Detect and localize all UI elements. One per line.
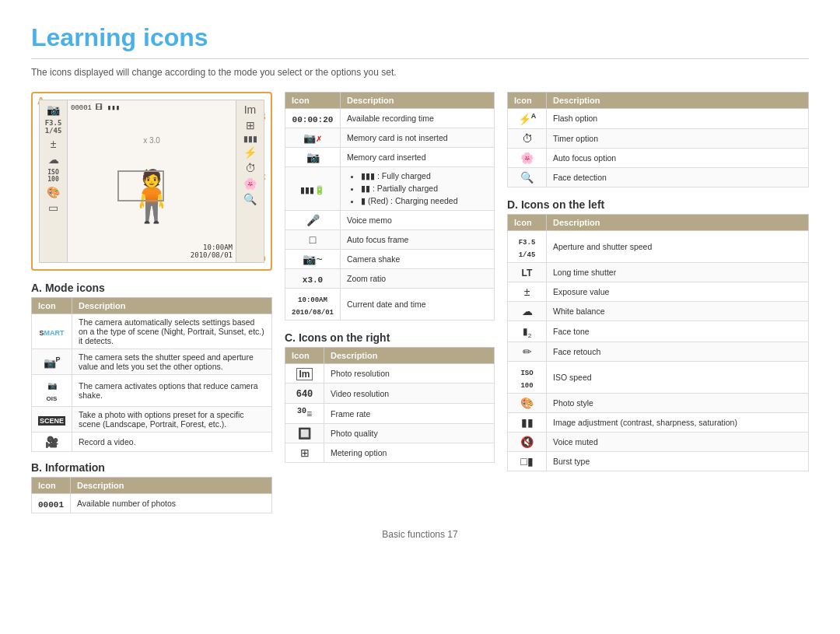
section-b-col-desc: Description — [71, 478, 272, 494]
table-row: ⊞Metering option — [285, 443, 495, 463]
table-row: 640Video resolution — [285, 384, 495, 404]
desc-cell: Memory card inserted — [341, 148, 495, 167]
desc-cell: Face retouch — [547, 342, 809, 362]
icon-cell: ▮2 — [508, 321, 547, 342]
table-row: □Auto focus frame — [285, 230, 495, 250]
icon-cell: □▮ — [508, 452, 547, 471]
desc-cell: Metering option — [324, 443, 495, 463]
icon-cell: ⊞ — [285, 443, 324, 463]
desc-cell: ISO speed — [547, 362, 809, 394]
right-top-col-icon: Icon — [508, 93, 547, 109]
mid-col-icon: Icon — [285, 93, 341, 109]
table-row: ±Exposure value — [508, 282, 809, 301]
desc-cell: Burst type — [547, 452, 809, 471]
section-d-table: Icon Description F3.51/45Aperture and sh… — [507, 214, 809, 472]
desc-cell: Zoom ratio — [341, 269, 495, 289]
section-a-col-icon: Icon — [32, 298, 72, 314]
desc-cell: Record a video. — [72, 433, 272, 452]
section-b-table: Icon Description 00001Available number o… — [31, 477, 272, 513]
icon-cell: 📷 — [285, 148, 341, 167]
right-top-table: Icon Description ⚡AFlash option⏱Timer op… — [507, 92, 809, 187]
desc-cell: Photo style — [547, 394, 809, 413]
icon-cell: 🔍 — [508, 167, 547, 187]
cam-focus-frame — [117, 170, 164, 201]
table-row: ISO100ISO speed — [508, 362, 809, 394]
table-row: 30≡Frame rate — [285, 404, 495, 424]
icon-cell: x3.0 — [285, 269, 341, 289]
icon-cell: 30≡ — [285, 404, 324, 424]
desc-cell: Flash option — [547, 109, 809, 129]
cam-bottom-bar: 10:00AM2010/08/01 — [71, 243, 233, 259]
section-c-title: C. Icons on the right — [285, 331, 495, 344]
table-row: 🎨Photo style — [508, 394, 809, 413]
cam-icon-art: 🎨 — [47, 186, 60, 198]
section-b-col-icon: Icon — [32, 478, 71, 494]
section-a-col-desc: Description — [72, 298, 272, 314]
table-row: 📷~Camera shake — [285, 250, 495, 269]
section-d-col-icon: Icon — [508, 214, 547, 230]
table-row: 🎤Voice memo — [285, 211, 495, 230]
icon-cell: F3.51/45 — [508, 230, 547, 262]
icon-cell: 🔇 — [508, 433, 547, 452]
desc-cell: ▮▮▮ : Fully charged▮▮ : Partially charge… — [341, 167, 495, 211]
right-top-col-desc: Description — [547, 93, 809, 109]
icon-cell: Im — [285, 364, 324, 384]
right-top-table-container: Icon Description ⚡AFlash option⏱Timer op… — [507, 92, 809, 187]
table-row: 10:00AM2010/08/01Current date and time — [285, 289, 495, 321]
desc-cell: Available number of photos — [71, 494, 272, 513]
icon-cell: ± — [508, 282, 547, 301]
table-row: ▮2Face tone — [508, 321, 809, 342]
icon-cell: 10:00AM2010/08/01 — [285, 289, 341, 321]
main-layout: A B C D 📷 F3.51/45 ± ☁ ISO100 🎨 ▭ 00001 … — [31, 92, 809, 513]
section-c-col-icon: Icon — [285, 348, 324, 364]
cam-top-left: 00001 🎞 ▮▮▮ — [71, 103, 120, 112]
table-row: 00:00:20Available recording time — [285, 109, 495, 128]
icon-cell: 🎥 — [32, 433, 72, 452]
icon-cell: □ — [285, 230, 341, 250]
desc-cell: Aperture and shutter speed — [547, 230, 809, 262]
desc-cell: Auto focus frame — [341, 230, 495, 250]
section-a-title: A. Mode icons — [31, 282, 272, 294]
table-row: 📷✗Memory card is not inserted — [285, 128, 495, 148]
cam-zoom: x 3.0 — [143, 136, 160, 145]
desc-cell: Video resolution — [324, 384, 495, 404]
table-row: ▮▮▮🔋▮▮▮ : Fully charged▮▮ : Partially ch… — [285, 167, 495, 211]
icon-cell: 📷✗ — [285, 128, 341, 148]
desc-cell: Available recording time — [341, 109, 495, 128]
mid-column: Icon Description 00:00:20Available recor… — [285, 92, 495, 513]
cam-icon-q2: ▮▮▮ — [243, 135, 257, 143]
desc-cell: Voice memo — [341, 211, 495, 230]
table-row: ⏱Timer option — [508, 128, 809, 148]
desc-cell: Image adjustment (contrast, sharpness, s… — [547, 413, 809, 433]
icon-cell: 640 — [285, 384, 324, 404]
icon-cell: ⏱ — [508, 128, 547, 148]
table-row: 📷PThe camera sets the shutter speed and … — [32, 349, 272, 375]
cam-center: 00001 🎞 ▮▮▮ x 3.0 🧍 10:00AM2010/08/01 — [68, 100, 236, 262]
table-row: ▮▮Image adjustment (contrast, sharpness,… — [508, 413, 809, 433]
icon-cell: ⚡A — [508, 109, 547, 129]
icon-cell: 00:00:20 — [285, 109, 341, 128]
icon-cell: 📷P — [32, 349, 72, 375]
table-row: 📷Memory card inserted — [285, 148, 495, 167]
desc-cell: Memory card is not inserted — [341, 128, 495, 148]
desc-cell: The camera automatically selects setting… — [72, 314, 272, 349]
cam-icon-face: 🔍 — [243, 193, 257, 205]
mid-top-table: Icon Description 00:00:20Available recor… — [285, 92, 495, 321]
table-row: 00001Available number of photos — [32, 494, 272, 513]
icon-cell: 🌸 — [508, 148, 547, 167]
table-row: 🔲Photo quality — [285, 424, 495, 443]
icon-cell: 📷~ — [285, 250, 341, 269]
table-row: 🌸Auto focus option — [508, 148, 809, 167]
cam-icon-camera: 📷 — [47, 103, 60, 116]
desc-cell: Face tone — [547, 321, 809, 342]
desc-cell: Auto focus option — [547, 148, 809, 167]
icon-cell: 00001 — [32, 494, 71, 513]
cam-top-bar: 00001 🎞 ▮▮▮ — [71, 103, 233, 112]
table-row: ✏Face retouch — [508, 342, 809, 362]
page-title: Learning icons — [31, 23, 809, 59]
desc-cell: Face detection — [547, 167, 809, 187]
section-c-col-desc: Description — [324, 348, 495, 364]
icon-cell: ✏ — [508, 342, 547, 362]
table-row: ☁White balance — [508, 301, 809, 321]
cam-inner: 📷 F3.51/45 ± ☁ ISO100 🎨 ▭ 00001 🎞 ▮▮▮ x … — [39, 100, 264, 263]
